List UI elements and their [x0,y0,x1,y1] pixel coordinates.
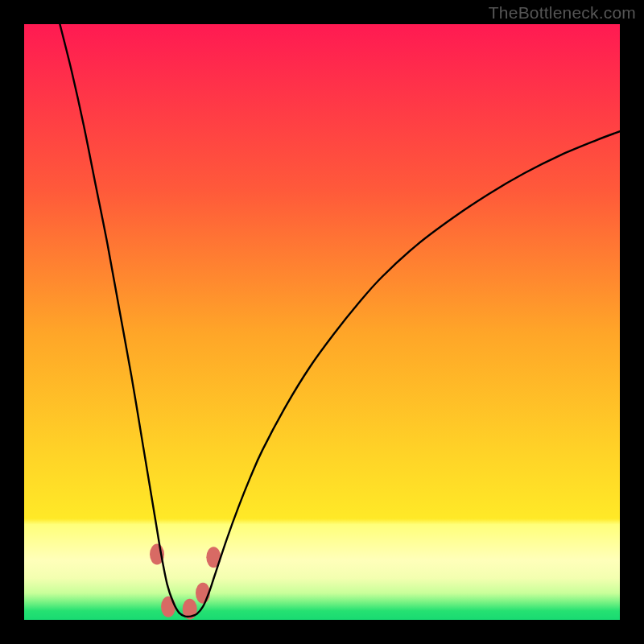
outer-frame: TheBottleneck.com [0,0,644,644]
curve-layer [24,24,620,620]
curve-marker [161,597,175,617]
watermark-text: TheBottleneck.com [489,3,636,23]
bottleneck-curve [60,24,620,617]
plot-area [24,24,620,620]
